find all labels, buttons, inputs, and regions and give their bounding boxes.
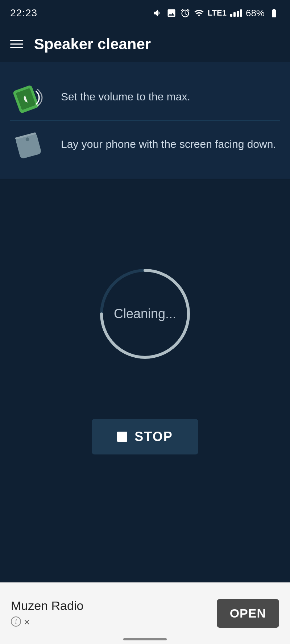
network-label: LTE1: [208, 8, 227, 18]
signal-bars: [230, 9, 242, 17]
cleaning-area: Cleaning... STOP: [0, 179, 290, 506]
page-title: Speaker cleaner: [34, 36, 151, 53]
stop-square-icon: [117, 432, 127, 442]
instruction-facedown: Lay your phone with the screen facing do…: [10, 120, 280, 168]
battery-level: 68%: [246, 8, 265, 19]
volume-icon: [153, 8, 163, 18]
instructions-section: Set the volume to the max. Lay your phon…: [0, 62, 290, 179]
ad-info: Muzen Radio i ×: [11, 599, 83, 628]
instruction-volume: Set the volume to the max.: [10, 73, 280, 120]
facedown-instruction-icon: [10, 128, 50, 161]
stop-button[interactable]: STOP: [92, 419, 198, 454]
cleaning-status-text: Cleaning...: [114, 306, 176, 321]
alarm-icon: [180, 8, 190, 18]
status-time: 22:23: [10, 7, 37, 19]
stop-label: STOP: [134, 429, 173, 444]
svg-rect-3: [15, 133, 42, 159]
wifi-icon: [194, 8, 204, 18]
phone-facedown-svg: [10, 128, 50, 161]
ad-banner: Muzen Radio i × OPEN: [0, 582, 290, 644]
volume-instruction-icon: [10, 80, 50, 113]
status-bar: 22:23 LTE1 68%: [0, 0, 290, 26]
ad-open-button[interactable]: OPEN: [217, 599, 279, 628]
instruction-facedown-text: Lay your phone with the screen facing do…: [61, 137, 280, 152]
phone-volume-svg: [10, 80, 50, 113]
battery-icon: [268, 8, 280, 18]
status-icons: LTE1 68%: [153, 8, 280, 19]
ad-title: Muzen Radio: [11, 599, 83, 613]
app-bar: Speaker cleaner: [0, 26, 290, 62]
image-icon: [166, 8, 177, 18]
instruction-volume-text: Set the volume to the max.: [61, 89, 280, 104]
home-indicator: [123, 638, 167, 640]
cleaning-progress: Cleaning...: [91, 259, 199, 368]
ad-open-label: OPEN: [230, 606, 266, 620]
stop-button-container: STOP: [92, 419, 198, 454]
close-ad-button[interactable]: ×: [24, 616, 30, 628]
ad-info-row: i ×: [11, 615, 83, 628]
info-icon[interactable]: i: [11, 616, 21, 627]
menu-button[interactable]: [10, 40, 23, 48]
